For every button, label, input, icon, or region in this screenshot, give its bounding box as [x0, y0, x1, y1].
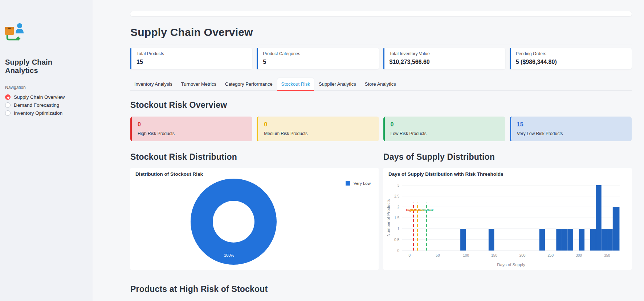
- divider: [130, 45, 632, 45]
- scrolled-card-edge: [130, 11, 632, 16]
- tab-store-analytics[interactable]: Store Analytics: [361, 78, 400, 90]
- risk-card-label: High Risk Products: [138, 131, 246, 136]
- chart-headings-row: Stockout Risk Distribution Days of Suppl…: [130, 152, 632, 162]
- risk-card-value: 0: [138, 121, 246, 128]
- risk-card-value: 0: [391, 121, 500, 128]
- risk-card-medium: 0 Medium Risk Products: [257, 117, 379, 141]
- radio-selected-icon: [5, 94, 11, 100]
- histogram-plot: 00.511.522.53050100150200250300350High R…: [385, 177, 624, 268]
- svg-text:Number of Products: Number of Products: [386, 199, 391, 237]
- app-title: Supply Chain Analytics: [5, 58, 87, 75]
- tab-stockout-risk[interactable]: Stockout Risk: [277, 78, 314, 90]
- svg-text:Days of Supply: Days of Supply: [497, 263, 525, 267]
- svg-text:1: 1: [397, 227, 399, 231]
- risk-card-low: 0 Low Risk Products: [383, 117, 505, 141]
- nav-item-supply-chain-overview[interactable]: Supply Chain Overview: [5, 94, 87, 100]
- metric-value: $10,273,566.60: [390, 59, 500, 65]
- svg-text:2: 2: [397, 205, 399, 209]
- nav-item-label: Supply Chain Overview: [14, 94, 65, 100]
- metrics-row: Total Products 15 Product Categories 5 T…: [130, 48, 632, 69]
- nav-section-label: Navigation: [5, 85, 87, 90]
- svg-text:200: 200: [519, 253, 526, 257]
- metric-label: Pending Orders: [516, 51, 627, 56]
- metric-value: 5 ($986,344.80): [516, 59, 627, 65]
- svg-text:0: 0: [397, 249, 399, 253]
- app-logo-icon: [4, 23, 28, 44]
- pie-chart-title: Distribution of Stockout Risk: [135, 171, 374, 177]
- nav-item-label: Demand Forecasting: [14, 102, 59, 108]
- tab-turnover-metrics[interactable]: Turnover Metrics: [177, 78, 220, 90]
- metric-value: 5: [263, 59, 374, 65]
- legend-swatch: [346, 181, 350, 186]
- pie-chart-card: Distribution of Stockout Risk 100% Very …: [130, 168, 379, 270]
- svg-text:0: 0: [408, 253, 411, 257]
- risk-card-high: 0 High Risk Products: [130, 117, 252, 141]
- tab-supplier-analytics[interactable]: Supplier Analytics: [315, 78, 360, 90]
- histogram-chart-card: Days of Supply Distribution with Risk Th…: [383, 168, 632, 270]
- svg-text:3: 3: [397, 183, 399, 187]
- metric-label: Product Categories: [263, 51, 374, 56]
- nav-item-label: Inventory Optimization: [14, 110, 62, 116]
- metric-value: 15: [136, 59, 247, 65]
- svg-text:2.5: 2.5: [394, 194, 399, 198]
- svg-text:0.5: 0.5: [394, 238, 399, 242]
- svg-text:100: 100: [463, 253, 469, 257]
- tab-category-performance[interactable]: Category Performance: [221, 78, 277, 90]
- risk-cards-row: 0 High Risk Products 0 Medium Risk Produ…: [130, 117, 632, 141]
- section-title-days-supply: Days of Supply Distribution: [383, 152, 632, 162]
- metric-pending-orders: Pending Orders 5 ($986,344.80): [510, 48, 632, 69]
- main-content: Supply Chain Overview Total Products 15 …: [93, 11, 644, 301]
- radio-icon: [5, 102, 11, 108]
- radio-icon: [5, 110, 11, 116]
- nav-item-demand-forecasting[interactable]: Demand Forecasting: [5, 102, 87, 108]
- section-title-risk-distribution: Stockout Risk Distribution: [130, 152, 379, 162]
- risk-card-value: 15: [517, 121, 626, 128]
- metric-total-products: Total Products 15: [130, 48, 252, 69]
- metric-total-inventory-value: Total Inventory Value $10,273,566.60: [383, 48, 505, 69]
- tab-bar: Inventory Analysis Turnover Metrics Cate…: [130, 78, 632, 91]
- page-title: Supply Chain Overview: [130, 26, 632, 38]
- histogram-title: Days of Supply Distribution with Risk Th…: [388, 171, 627, 177]
- legend-item-very-low[interactable]: Very Low: [346, 181, 371, 186]
- charts-row: Distribution of Stockout Risk 100% Very …: [130, 168, 632, 270]
- svg-text:350: 350: [604, 253, 610, 257]
- section-title-high-risk-products: Products at High Risk of Stockout: [130, 284, 632, 294]
- svg-text:50: 50: [436, 253, 440, 257]
- nav-radio-group: Supply Chain Overview Demand Forecasting…: [5, 94, 87, 116]
- donut-chart: 100%: [191, 179, 277, 265]
- section-title-risk-overview: Stockout Risk Overview: [130, 100, 632, 110]
- sidebar: Supply Chain Analytics Navigation Supply…: [0, 0, 93, 301]
- risk-card-very-low: 15 Very Low Risk Products: [510, 117, 632, 141]
- svg-text:250: 250: [547, 253, 554, 257]
- tab-inventory-analysis[interactable]: Inventory Analysis: [130, 78, 176, 90]
- svg-text:Low Risk: Low Risk: [419, 208, 434, 212]
- risk-card-label: Very Low Risk Products: [517, 131, 626, 136]
- svg-text:1.5: 1.5: [394, 216, 399, 220]
- nav-item-inventory-optimization[interactable]: Inventory Optimization: [5, 110, 87, 116]
- legend-label: Very Low: [354, 181, 371, 186]
- metric-label: Total Products: [136, 51, 247, 56]
- svg-text:150: 150: [491, 253, 497, 257]
- risk-card-label: Low Risk Products: [391, 131, 500, 136]
- metric-label: Total Inventory Value: [390, 51, 500, 56]
- risk-card-label: Medium Risk Products: [264, 131, 373, 136]
- svg-text:300: 300: [576, 253, 582, 257]
- risk-card-value: 0: [264, 121, 373, 128]
- metric-product-categories: Product Categories 5: [257, 48, 379, 69]
- donut-slice-label: 100%: [224, 253, 234, 257]
